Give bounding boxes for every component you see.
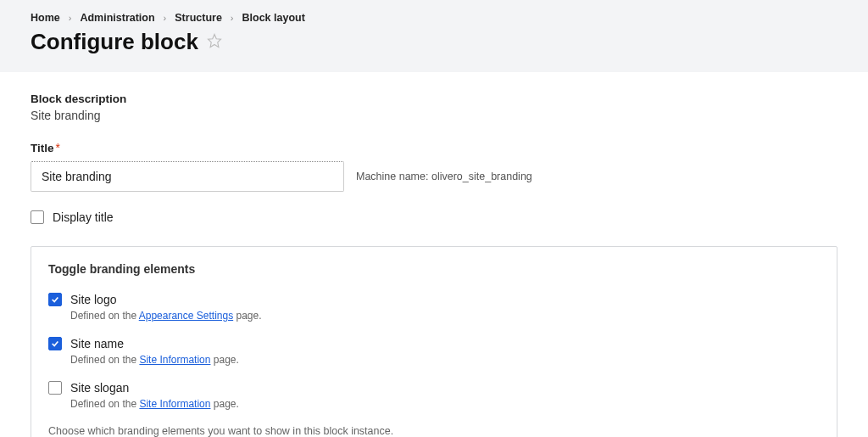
breadcrumb-item[interactable]: Structure xyxy=(175,12,222,24)
site-logo-checkbox[interactable] xyxy=(48,293,62,306)
site-name-label: Site name xyxy=(70,337,124,350)
breadcrumb: Home › Administration › Structure › Bloc… xyxy=(31,12,837,24)
site-slogan-checkbox[interactable] xyxy=(48,381,62,395)
fieldset-help-text: Choose which branding elements you want … xyxy=(48,425,820,437)
site-slogan-label: Site slogan xyxy=(70,381,129,395)
display-title-label: Display title xyxy=(53,210,114,224)
star-icon[interactable] xyxy=(207,33,222,51)
page-title: Configure block xyxy=(31,29,198,55)
appearance-settings-link[interactable]: Appearance Settings xyxy=(139,310,233,322)
site-information-link[interactable]: Site Information xyxy=(139,398,210,410)
breadcrumb-item[interactable]: Administration xyxy=(80,12,154,24)
chevron-right-icon: › xyxy=(164,13,167,23)
site-slogan-description: Defined on the Site Information page. xyxy=(70,398,820,410)
site-name-checkbox[interactable] xyxy=(48,337,62,350)
title-label: Title* xyxy=(31,141,60,154)
block-description-label: Block description xyxy=(31,92,837,105)
site-logo-description: Defined on the Appearance Settings page. xyxy=(70,310,820,322)
svg-marker-0 xyxy=(208,35,220,48)
title-input[interactable] xyxy=(31,161,344,192)
machine-name: Machine name: olivero_site_branding xyxy=(356,171,532,182)
block-description-section: Block description Site branding xyxy=(31,92,837,122)
toggle-branding-fieldset: Toggle branding elements Site logo Defin… xyxy=(31,246,837,437)
chevron-right-icon: › xyxy=(69,13,72,23)
required-indicator: * xyxy=(56,141,60,154)
chevron-right-icon: › xyxy=(231,13,234,23)
block-description-value: Site branding xyxy=(31,109,837,122)
site-information-link[interactable]: Site Information xyxy=(139,354,210,366)
site-logo-label: Site logo xyxy=(70,293,116,306)
fieldset-title: Toggle branding elements xyxy=(48,262,820,276)
display-title-checkbox[interactable] xyxy=(31,210,44,224)
breadcrumb-item[interactable]: Home xyxy=(31,12,60,24)
site-name-description: Defined on the Site Information page. xyxy=(70,354,820,366)
breadcrumb-item[interactable]: Block layout xyxy=(242,12,305,24)
